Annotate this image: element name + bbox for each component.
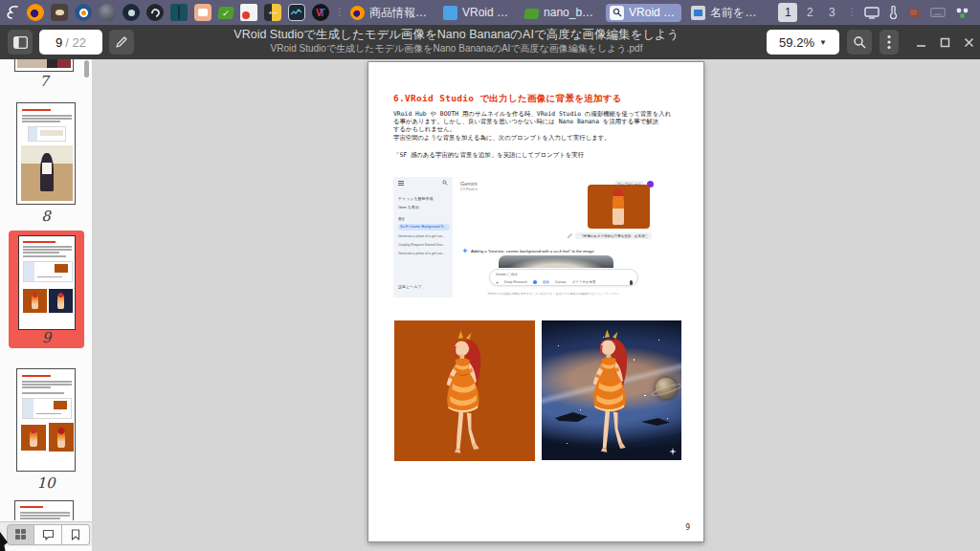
workspace-2[interactable]: 2 — [800, 3, 819, 22]
gemini-brand: Gemini — [460, 181, 477, 187]
thumbnail-page-8[interactable] — [16, 102, 76, 205]
maximize-button[interactable] — [940, 37, 950, 48]
thumbnail-sidebar: 7 8 — [0, 59, 92, 551]
thumbnail-page-7[interactable] — [14, 59, 74, 72]
gemini-response-row: Adding a “futuristic, cosmic background … — [462, 248, 595, 253]
annotate-button[interactable] — [109, 30, 134, 55]
menu-kebab-button[interactable] — [880, 30, 899, 55]
sidebar-scrollbar[interactable] — [84, 60, 89, 77]
anime-character-figure — [568, 328, 656, 460]
pdf-viewer-canvas[interactable]: 6.VRoid Studio で出力した画像に背景を追加する VRoid Hub… — [92, 59, 980, 551]
tool-image: 画像 — [543, 280, 549, 285]
bookmarks-view-button[interactable] — [62, 524, 90, 545]
gemini-result-image-partial — [499, 255, 613, 268]
thumbnail-page-10[interactable] — [16, 368, 76, 472]
vtuber-logo-icon[interactable]: VT — [312, 4, 329, 21]
task-vroid-viewer-active[interactable]: VRoid … — [606, 4, 681, 22]
tool-canvas: Canvas — [555, 280, 567, 285]
document-clock-icon[interactable] — [240, 4, 257, 21]
workspace-switcher: 1 2 3 — [778, 3, 841, 22]
body-line: VRoid Hub や BOOTH 用のサムネイルを作る時、VRoid Stud… — [393, 110, 686, 118]
gemini-sidebar: チャットを新規作成 Gem を表示 最近 Sci-Fi Cosmic Backg… — [393, 177, 453, 298]
task-label: 名前を… — [710, 5, 756, 21]
task-product-info[interactable]: 商品情報… — [346, 3, 434, 23]
model-image-space-background — [542, 320, 681, 460]
task-nano-sheet[interactable]: nano_b… — [521, 4, 600, 21]
firefox-icon — [350, 6, 365, 20]
thumbnail-label-8: 8 — [9, 208, 83, 225]
body-paragraph: VRoid Hub や BOOTH 用のサムネイルを作る時、VRoid Stud… — [393, 110, 686, 142]
browser-globe-icon[interactable] — [99, 4, 116, 21]
gemini-recent-item: Generate a photo of a girl cos... — [398, 234, 450, 239]
annotations-view-button[interactable] — [34, 524, 62, 545]
task-save-dialog[interactable]: 名前を… — [687, 3, 763, 23]
sparkle-icon — [462, 248, 468, 253]
pdf-toolbar: 9 / 22 VRoid Studioで生成したモデル画像をNano Banan… — [0, 25, 980, 59]
current-page: 9 — [56, 35, 62, 50]
launcher-icon[interactable] — [4, 4, 21, 21]
system-monitor-icon[interactable] — [288, 4, 305, 21]
prompt-instruction-line: 「SF 感のある宇宙的な背景を追加」を英語にしてプロンプトを実行 — [393, 151, 584, 160]
firefox-icon[interactable] — [27, 4, 44, 21]
gemini-disclaimer: Gemini は不正確な情報を表示することがあるため、生成された回答を再確認する… — [453, 292, 657, 296]
workspace-3[interactable]: 3 — [822, 3, 841, 22]
obs-icon[interactable] — [146, 4, 164, 21]
calculator-icon[interactable]: +− — [264, 4, 281, 21]
workspace-1[interactable]: 1 — [778, 3, 797, 22]
temperature-icon[interactable] — [889, 6, 898, 19]
app-dock: ✓ +− VT — [27, 4, 329, 21]
gemini-response-text: Adding a “futuristic, cosmic background … — [471, 249, 595, 253]
display-icon[interactable] — [864, 7, 880, 19]
gemini-toolbar: + Deep Research 画像 Canvas ガイド付き学習 — [496, 280, 595, 285]
minimize-button[interactable] — [916, 37, 926, 48]
pdf-page: 6.VRoid Studio で出力した画像に背景を追加する VRoid Hub… — [368, 61, 704, 542]
gemini-model-selector: 2.5 Flash ▾ — [460, 187, 478, 191]
magnifier-icon — [610, 6, 624, 20]
gemini-gems: Gem を表示 — [398, 205, 450, 209]
ringed-planet — [656, 378, 677, 399]
taskbar: ✓ +− VT ⋮ 商品情報… VRoid … nano_b… VRoid … — [0, 0, 980, 25]
thumbnail-page-11[interactable] — [14, 500, 74, 520]
menu-icon — [398, 181, 404, 182]
body-line: 宇宙空間のような背景を加える為に、次のプロンプトを入力して実行します。 — [393, 134, 686, 142]
zoom-dropdown[interactable]: 59.2% ▼ — [767, 30, 839, 55]
section-heading: 6.VRoid Studio で出力した画像に背景を追加する — [393, 93, 622, 105]
thumbnail-page-9-selected[interactable]: 9 — [9, 231, 84, 348]
blender-icon[interactable] — [75, 4, 92, 21]
gemini-recent-item: Generate a photo of a girl cos... — [398, 252, 450, 256]
spreadsheet-icon — [523, 9, 540, 19]
document-title-block: VRoid Studioで生成したモデル画像をNano BananaのAIで高度… — [153, 28, 760, 55]
sidebar-toggle-button[interactable] — [8, 30, 33, 55]
chevron-down-icon: ▼ — [819, 38, 827, 47]
network-sync-icon[interactable] — [955, 7, 969, 19]
gimp-icon[interactable] — [51, 4, 68, 21]
dictionary-icon[interactable] — [907, 7, 921, 19]
body-line: る事があります。しかし、良い背景を思いつかない時には Nano Banana を… — [393, 118, 686, 125]
task-label: 商品情報… — [369, 5, 427, 21]
gemini-user-prompt: 「SF感のある宇宙的な背景を追加」を英語に — [568, 232, 652, 239]
task-label: VRoid … — [629, 6, 675, 19]
tool-deep-research: Deep Research — [504, 280, 527, 285]
gemini-recent-item: Sci-Fi Cosmic Background Tr.. — [398, 224, 450, 231]
gemini-screenshot: チャットを新規作成 Gem を表示 最近 Sci-Fi Cosmic Backg… — [393, 177, 657, 298]
close-button[interactable] — [964, 37, 974, 48]
search-button[interactable] — [847, 30, 872, 55]
keyboard-icon[interactable] — [930, 8, 946, 17]
files-icon[interactable] — [194, 4, 212, 21]
task-label: nano_b… — [544, 6, 593, 19]
monitor-icon — [691, 6, 705, 20]
thumbnails-view-button[interactable] — [7, 524, 34, 545]
page-number-input[interactable]: 9 / 22 — [39, 30, 102, 55]
page-number-footer: 9 — [685, 523, 690, 532]
notes-check-icon[interactable]: ✓ — [217, 7, 234, 19]
document-filename: VRoid Studioで生成したモデル画像をNano BananaのAIで高度… — [153, 42, 760, 55]
task-vroid-folder[interactable]: VRoid … — [439, 4, 515, 22]
folder-icon — [443, 6, 457, 20]
sidebar-mode-bar — [0, 521, 92, 546]
terminal-panes-icon[interactable] — [170, 4, 188, 21]
model-image-orange-background — [394, 320, 535, 461]
document-title: VRoid Studioで生成したモデル画像をNano BananaのAIで高度… — [153, 28, 760, 42]
thumbnail-label-9: 9 — [9, 329, 84, 346]
taskbar-separator: ⋮ — [847, 9, 853, 16]
steam-icon[interactable] — [122, 4, 140, 21]
